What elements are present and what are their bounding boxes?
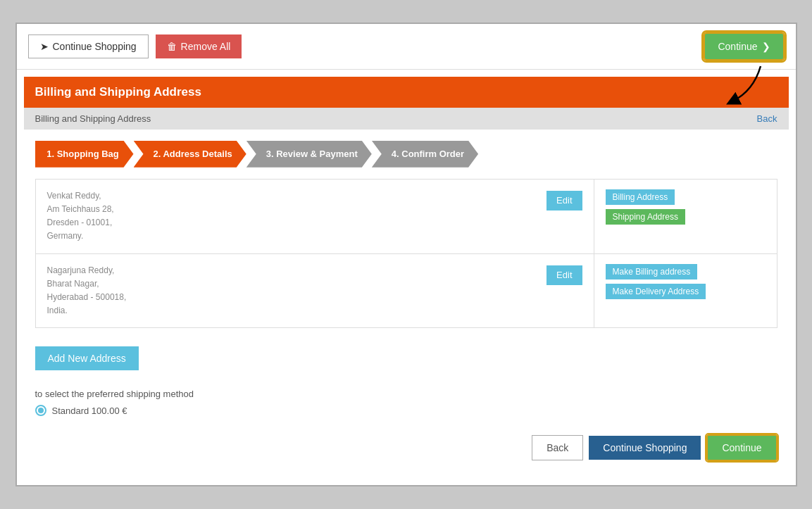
step-shopping-bag: 1. Shopping Bag [35, 141, 134, 168]
remove-all-label: Remove All [181, 41, 231, 52]
make-billing-button[interactable]: Make Billing address [606, 264, 698, 279]
back-bottom-button[interactable]: Back [532, 435, 583, 460]
step-confirm-order-label: 4. Confirm Order [392, 149, 464, 159]
table-row: Nagarjuna Reddy, Bharat Nagar, Hyderabad… [36, 254, 777, 328]
step-confirm-order-shape: 4. Confirm Order [372, 141, 478, 168]
trash-icon: 🗑 [167, 41, 177, 52]
billing-address-badge-label: Billing Address [613, 192, 668, 202]
step-shopping-bag-label: 1. Shopping Bag [46, 149, 119, 159]
address-2-line2: Bharat Nagar, [47, 277, 536, 291]
breadcrumb-text: Billing and Shipping Address [35, 113, 151, 124]
continue-top-label: Continue [718, 41, 757, 52]
make-billing-label: Make Billing address [613, 267, 691, 277]
address-1-line4: Germany. [47, 230, 536, 243]
address-right-1: Billing Address Shipping Address [594, 180, 777, 253]
address-2-line1: Nagarjuna Reddy, [47, 264, 536, 277]
radio-standard[interactable] [35, 405, 46, 416]
address-text-2: Nagarjuna Reddy, Bharat Nagar, Hyderabad… [47, 264, 536, 318]
arrow-annotation [718, 63, 775, 112]
shipping-address-badge-label: Shipping Address [613, 212, 678, 222]
step-address-details-label: 2. Address Details [154, 149, 232, 159]
section-title: Billing and Shipping Address [35, 85, 201, 99]
address-1-line2: Am Teichhaus 28, [47, 203, 536, 216]
add-new-address-label: Add New Address [48, 353, 126, 364]
edit-address-2-label: Edit [556, 270, 572, 280]
edit-address-1-label: Edit [556, 195, 572, 206]
step-address-details-shape: 2. Address Details [134, 141, 246, 168]
continue-bottom-button[interactable]: Continue [706, 434, 777, 461]
address-right-2: Make Billing address Make Delivery Addre… [594, 254, 777, 328]
continue-shopping-bottom-button[interactable]: Continue Shopping [589, 436, 701, 460]
address-2-line3: Hyderabad - 500018, [47, 291, 536, 304]
shipping-option-standard-label: Standard 100.00 € [52, 406, 127, 416]
stepper: 1. Shopping Bag 2. Address Details 3. Re… [35, 141, 777, 168]
continue-shopping-top-button[interactable]: ➤ Continue Shopping [28, 34, 149, 58]
make-delivery-button[interactable]: Make Delivery Address [606, 284, 706, 299]
content-area: Billing and Shipping Address Billing and… [24, 77, 789, 479]
table-row: Venkat Reddy, Am Teichhaus 28, Dresden -… [36, 180, 777, 254]
add-address-section: Add New Address [24, 339, 789, 382]
address-table: Venkat Reddy, Am Teichhaus 28, Dresden -… [35, 179, 777, 329]
step-review-payment-shape: 3. Review & Payment [246, 141, 372, 168]
main-container: ➤ Continue Shopping 🗑 Remove All Continu… [15, 23, 797, 487]
bottom-buttons: Back Continue Shopping Continue [24, 423, 789, 464]
step-confirm-order: 4. Confirm Order [372, 141, 478, 168]
step-review-payment-label: 3. Review & Payment [266, 149, 358, 159]
address-2-line4: India. [47, 304, 536, 318]
address-left-2: Nagarjuna Reddy, Bharat Nagar, Hyderabad… [36, 254, 594, 328]
step-shopping-bag-shape: 1. Shopping Bag [35, 141, 134, 168]
edit-address-1-button[interactable]: Edit [546, 191, 582, 210]
remove-all-button[interactable]: 🗑 Remove All [156, 34, 242, 58]
edit-address-2-button[interactable]: Edit [546, 265, 582, 285]
top-bar-left: ➤ Continue Shopping 🗑 Remove All [28, 34, 242, 58]
top-bar: ➤ Continue Shopping 🗑 Remove All Continu… [17, 24, 796, 70]
shipping-option-standard[interactable]: Standard 100.00 € [35, 405, 777, 416]
address-text-1: Venkat Reddy, Am Teichhaus 28, Dresden -… [47, 189, 536, 244]
continue-top-button[interactable]: Continue ❯ [704, 32, 784, 61]
address-1-line1: Venkat Reddy, [47, 189, 536, 203]
step-address-details: 2. Address Details [134, 141, 246, 168]
section-header: Billing and Shipping Address [24, 77, 789, 108]
breadcrumb-back-link[interactable]: Back [757, 113, 777, 124]
make-delivery-label: Make Delivery Address [613, 287, 699, 296]
arrow-icon: ➤ [40, 41, 49, 52]
continue-shopping-bottom-label: Continue Shopping [603, 442, 687, 453]
continue-bottom-label: Continue [722, 442, 761, 453]
shipping-hint: to select the preferred shipping method [35, 389, 777, 399]
back-bottom-label: Back [546, 442, 568, 453]
address-1-line3: Dresden - 01001, [47, 216, 536, 230]
billing-address-badge-button[interactable]: Billing Address [606, 189, 675, 205]
chevron-right-icon: ❯ [762, 41, 770, 52]
shipping-address-badge-button[interactable]: Shipping Address [606, 209, 685, 225]
continue-shopping-top-label: Continue Shopping [53, 41, 137, 52]
address-left-1: Venkat Reddy, Am Teichhaus 28, Dresden -… [36, 180, 594, 253]
breadcrumb-bar: Billing and Shipping Address Back [24, 108, 789, 130]
step-review-payment: 3. Review & Payment [246, 141, 372, 168]
add-new-address-button[interactable]: Add New Address [35, 346, 139, 370]
shipping-section: to select the preferred shipping method … [24, 382, 789, 423]
